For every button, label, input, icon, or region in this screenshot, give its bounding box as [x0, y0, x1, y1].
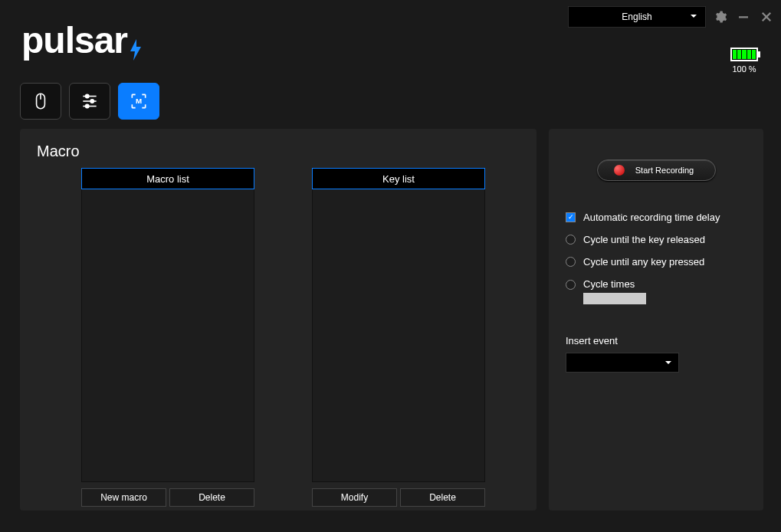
macro-panel: Macro Macro list New macro Delete Key li… [20, 129, 537, 511]
chevron-down-icon [690, 11, 697, 22]
close-icon[interactable] [758, 8, 775, 25]
radio-icon [566, 235, 576, 245]
option-cycle-any[interactable]: Cycle until any key pressed [566, 256, 747, 268]
cycle-times-input[interactable] [583, 293, 646, 304]
record-label: Start Recording [635, 166, 694, 175]
settings-gear-icon[interactable] [712, 8, 729, 25]
tab-settings[interactable] [69, 83, 110, 120]
option-cycle-times[interactable]: Cycle times [566, 278, 747, 304]
language-value: English [622, 11, 651, 22]
svg-point-10 [86, 104, 89, 107]
battery-status: 100 % [730, 48, 758, 74]
macro-list-header: Macro list [81, 168, 254, 189]
svg-point-6 [86, 94, 89, 97]
svg-text:M: M [136, 97, 142, 105]
radio-icon [566, 280, 576, 290]
delete-key-button[interactable]: Delete [400, 488, 485, 507]
chevron-down-icon [665, 356, 672, 369]
key-list-header: Key list [312, 168, 485, 189]
tab-macro[interactable]: M [118, 83, 159, 120]
macro-list[interactable] [81, 189, 254, 482]
svg-rect-0 [739, 16, 748, 18]
modify-key-button[interactable]: Modify [312, 488, 397, 507]
bolt-icon [129, 39, 143, 66]
page-title: Macro [37, 143, 520, 160]
delete-macro-button[interactable]: Delete [169, 488, 254, 507]
minimize-icon[interactable] [735, 8, 752, 25]
start-recording-button[interactable]: Start Recording [597, 159, 716, 181]
new-macro-button[interactable]: New macro [81, 488, 166, 507]
insert-event-select[interactable] [566, 353, 679, 373]
tab-mouse[interactable] [20, 83, 61, 120]
option-cycle-released[interactable]: Cycle until the key released [566, 234, 747, 245]
checkbox-checked-icon: ✓ [566, 212, 576, 222]
option-auto-delay[interactable]: ✓ Automatic recording time delay [566, 212, 747, 223]
insert-event-label: Insert event [566, 335, 747, 346]
record-icon [614, 165, 625, 176]
radio-icon [566, 257, 576, 267]
brand-logo: pulsar [21, 19, 143, 61]
svg-point-8 [90, 100, 94, 103]
battery-percent: 100 % [730, 64, 758, 74]
key-list[interactable] [312, 189, 485, 482]
battery-icon [730, 48, 758, 61]
recording-panel: Start Recording ✓ Automatic recording ti… [549, 129, 763, 511]
language-select[interactable]: English [568, 6, 706, 28]
